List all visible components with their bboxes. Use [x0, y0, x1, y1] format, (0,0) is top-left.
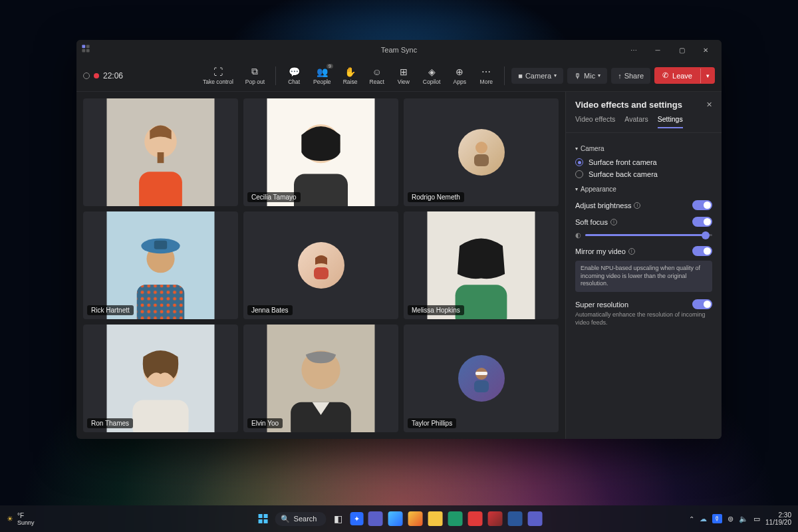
camera-toggle[interactable]: ■Camera▾: [511, 68, 563, 84]
mic-toggle[interactable]: 🎙Mic▾: [567, 68, 607, 84]
taskbar-app[interactable]: [487, 511, 503, 527]
participant-name: Jenna Bates: [247, 305, 293, 315]
taskbar-weather[interactable]: ☀ °FSunny: [7, 512, 35, 526]
svg-rect-39: [264, 519, 268, 523]
recording-indicator-icon: [94, 73, 99, 78]
participant-name: Taylor Phillips: [408, 418, 456, 428]
share-button[interactable]: ↑Share: [611, 68, 650, 84]
tab-video-effects[interactable]: Video effects: [575, 115, 615, 128]
taskbar-app[interactable]: [427, 511, 443, 527]
participant-name: Rodrigo Nemeth: [408, 192, 464, 202]
pop-out-button[interactable]: ⧉Pop out: [241, 63, 269, 88]
taskbar-search[interactable]: 🔍Search: [275, 512, 327, 526]
tab-avatars[interactable]: Avatars: [624, 115, 648, 128]
participant-tile[interactable]: Taylor Phillips: [404, 325, 559, 432]
app-menu-icon[interactable]: [80, 43, 94, 57]
participant-name: Cecilia Tamayo: [247, 192, 301, 202]
avatar-icon: [298, 242, 344, 289]
taskbar-clock[interactable]: 2:30 11/19/20: [765, 511, 791, 526]
tab-settings[interactable]: Settings: [658, 115, 683, 128]
windows-taskbar: ☀ °FSunny 🔍Search ◧ ✦ ⌃ ☁ 🎙 ⊚ 🔈 ▭ 2:30 1…: [0, 505, 798, 532]
participant-tile[interactable]: Rick Hartnett: [83, 211, 238, 319]
participant-tile[interactable]: Melissa Hopkins: [404, 211, 559, 319]
battery-icon[interactable]: ▭: [753, 515, 760, 523]
camera-front-radio[interactable]: Surface front camera: [575, 156, 712, 168]
volume-icon[interactable]: 🔈: [739, 515, 748, 523]
window-title: Team Sync: [381, 46, 417, 54]
react-button[interactable]: ☺React: [366, 64, 388, 88]
start-button[interactable]: [255, 511, 271, 527]
participant-tile[interactable]: Rodrigo Nemeth: [404, 98, 559, 206]
copilot-button[interactable]: ◈Copilot: [419, 64, 444, 88]
info-icon[interactable]: i: [610, 219, 617, 225]
toolbar-divider: [275, 66, 276, 85]
leave-button[interactable]: ✆Leave ▾: [654, 67, 715, 84]
taskbar-app[interactable]: [527, 511, 543, 527]
svg-rect-2: [82, 49, 85, 53]
people-button[interactable]: 👥9People: [309, 64, 334, 88]
soft-focus-toggle[interactable]: [692, 217, 712, 227]
maximize-button[interactable]: ▢: [670, 40, 694, 60]
close-panel-button[interactable]: ✕: [706, 100, 712, 109]
svg-rect-7: [158, 152, 164, 163]
svg-rect-0: [82, 45, 85, 48]
info-icon[interactable]: i: [634, 202, 640, 209]
minimize-button[interactable]: ─: [646, 40, 670, 60]
participant-tile[interactable]: Cecilia Tamayo: [243, 98, 398, 206]
avatar-icon: [458, 129, 505, 176]
participant-tile[interactable]: Elvin Yoo: [243, 325, 398, 432]
toolbar-divider: [504, 66, 505, 85]
svg-rect-20: [154, 241, 167, 249]
super-resolution-toggle[interactable]: [692, 299, 712, 309]
svg-rect-27: [132, 400, 188, 432]
taskbar-app[interactable]: [467, 511, 483, 527]
leave-caret[interactable]: ▾: [700, 68, 715, 83]
tray-expand-icon[interactable]: ⌃: [689, 515, 694, 523]
teams-meeting-window: Team Sync ⋯ ─ ▢ ✕ 22:06 ⛶Take control ⧉P…: [76, 40, 722, 439]
soft-focus-slider[interactable]: ◐: [575, 230, 712, 243]
panel-title: Video effects and settings: [575, 100, 682, 110]
raise-hand-button[interactable]: ✋Raise: [339, 64, 362, 88]
camera-back-radio[interactable]: Surface back camera: [575, 168, 712, 180]
participant-tile[interactable]: [83, 98, 238, 206]
slider-min-icon: ◐: [575, 231, 581, 239]
mirror-video-toggle[interactable]: [692, 246, 712, 256]
svg-rect-1: [86, 45, 90, 48]
copilot-button[interactable]: ✦: [350, 512, 363, 525]
adjust-brightness-toggle[interactable]: [692, 200, 712, 210]
more-button[interactable]: ⋯More: [475, 64, 497, 88]
onedrive-icon[interactable]: ☁: [700, 515, 707, 523]
wifi-icon[interactable]: ⊚: [728, 515, 733, 523]
task-view-button[interactable]: ◧: [330, 511, 346, 527]
taskbar-app[interactable]: [447, 511, 463, 527]
view-button[interactable]: ⊞View: [392, 64, 415, 88]
close-button[interactable]: ✕: [694, 40, 718, 60]
mirror-tooltip: Enable NPU-based upscaling when quality …: [575, 261, 712, 292]
video-settings-panel: Video effects and settings ✕ Video effec…: [565, 92, 722, 439]
chat-button[interactable]: 💬Chat: [283, 64, 305, 88]
super-resolution-label: Super resolution: [575, 301, 628, 309]
radio-icon: [575, 158, 583, 166]
svg-point-11: [475, 142, 487, 154]
search-icon: 🔍: [281, 515, 290, 523]
panel-tabs: Video effects Avatars Settings: [566, 115, 722, 133]
taskbar-app[interactable]: [367, 511, 383, 527]
taskbar-app[interactable]: [407, 511, 423, 527]
participant-tile[interactable]: Jenna Bates: [243, 211, 398, 319]
apps-button[interactable]: ⊕Apps: [448, 64, 471, 88]
svg-rect-22: [314, 267, 329, 279]
privacy-shield-icon: [83, 72, 90, 79]
meeting-timer: 22:06: [103, 71, 123, 80]
participant-tile[interactable]: Ron Thames: [83, 325, 238, 432]
take-control-button[interactable]: ⛶Take control: [199, 64, 237, 88]
radio-icon: [575, 170, 583, 178]
info-icon[interactable]: i: [628, 248, 635, 255]
more-options-button[interactable]: ⋯: [622, 40, 646, 60]
participant-grid: Cecilia Tamayo Rodrigo Nemeth Rick Hartn…: [76, 92, 565, 439]
taskbar-app[interactable]: [507, 511, 523, 527]
taskbar-app[interactable]: [387, 511, 403, 527]
svg-rect-35: [474, 380, 489, 392]
svg-rect-12: [474, 154, 489, 166]
tray-status-icon[interactable]: 🎙: [712, 514, 722, 523]
mirror-video-label: Mirror my videoi: [575, 247, 635, 255]
